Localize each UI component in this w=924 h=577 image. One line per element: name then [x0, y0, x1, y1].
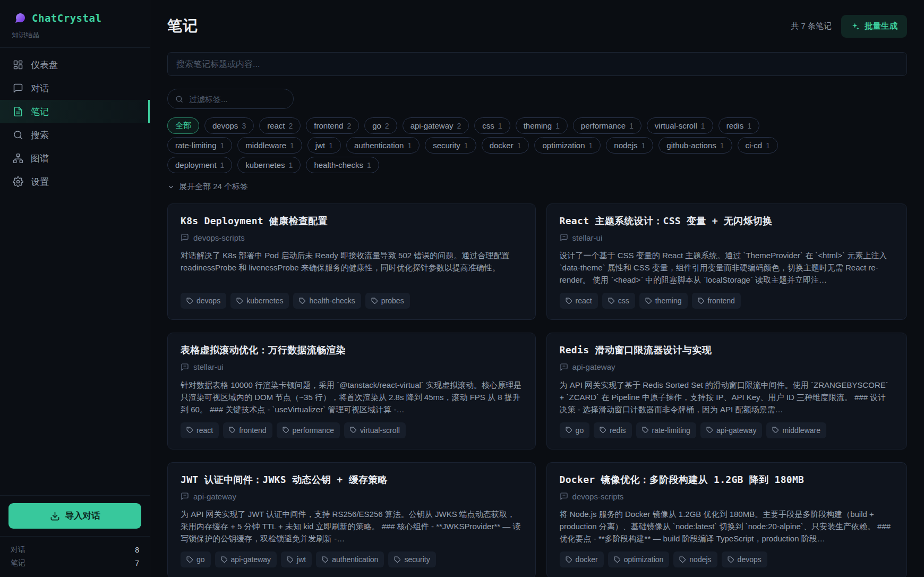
filter-tag-label: authentication: [354, 141, 404, 150]
filter-tag-frontend[interactable]: frontend2: [306, 117, 359, 134]
filter-tag-middleware[interactable]: middleware1: [237, 137, 302, 154]
note-tag-docker[interactable]: docker: [560, 551, 604, 567]
note-tag-security[interactable]: security: [388, 551, 435, 567]
tag-filter-input[interactable]: [188, 94, 286, 104]
note-tag-devops[interactable]: devops: [181, 293, 226, 309]
conversation-icon: [181, 492, 189, 500]
sidebar-nav: 仪表盘 对话 笔记 搜索 图谱: [0, 48, 150, 199]
note-tag-go[interactable]: go: [560, 422, 590, 438]
note-tag-label: redis: [610, 426, 626, 435]
expand-tags-toggle[interactable]: 展开全部 24 个标签: [167, 182, 248, 192]
filter-tag-kubernetes[interactable]: kubernetes1: [237, 157, 301, 173]
note-tag-optimization[interactable]: optimization: [608, 551, 670, 567]
note-card[interactable]: Docker 镜像优化：多阶段构建从 1.2GB 降到 180MBdevops-…: [546, 462, 907, 577]
note-tag-css[interactable]: css: [602, 293, 635, 309]
note-tag-middleware[interactable]: middleware: [766, 422, 826, 438]
note-card[interactable]: React 主题系统设计：CSS 变量 + 无闪烁切换stellar-ui设计了…: [546, 203, 907, 320]
note-card[interactable]: Redis 滑动窗口限流器设计与实现api-gateway为 API 网关实现了…: [546, 333, 907, 449]
search-input[interactable]: [167, 52, 907, 76]
filter-tag-label: theming: [524, 121, 552, 130]
note-tag-health-checks[interactable]: health-checks: [293, 293, 361, 309]
search-icon: [13, 130, 23, 140]
conversation-icon: [560, 233, 568, 242]
tag-icon: [186, 556, 193, 563]
filter-tag-health-checks[interactable]: health-checks1: [306, 157, 379, 173]
sidebar-item-notes[interactable]: 笔记: [0, 100, 150, 123]
note-tag-label: kubernetes: [246, 296, 283, 305]
filter-tag-deployment[interactable]: deployment1: [167, 157, 232, 173]
filter-tag-api-gateway[interactable]: api-gateway2: [403, 117, 469, 134]
note-tag-label: virtual-scroll: [360, 426, 400, 435]
note-card[interactable]: K8s Deployment 健康检查配置devops-scripts对话解决了…: [167, 203, 536, 320]
note-card[interactable]: 表格虚拟滚动优化：万行数据流畅渲染stellar-ui针对数据表格 10000 …: [167, 333, 536, 449]
sidebar-item-settings[interactable]: 设置: [0, 170, 150, 193]
note-tag-nodejs[interactable]: nodejs: [673, 551, 717, 567]
tag-icon: [772, 427, 779, 434]
filter-tag-optimization[interactable]: optimization1: [534, 137, 601, 154]
note-tag-react[interactable]: react: [560, 293, 598, 309]
note-tag-authentication[interactable]: authentication: [316, 551, 384, 567]
filter-tag-github-actions[interactable]: github-actions1: [658, 137, 732, 154]
note-tag-api-gateway[interactable]: api-gateway: [700, 422, 763, 438]
note-tag-frontend[interactable]: frontend: [223, 422, 272, 438]
tag-filter-box[interactable]: [167, 89, 294, 109]
note-tag-label: api-gateway: [716, 426, 757, 435]
filter-tag-devops[interactable]: devops3: [204, 117, 254, 134]
filter-tag-nodejs[interactable]: nodejs1: [606, 137, 653, 154]
note-tag-virtual-scroll[interactable]: virtual-scroll: [344, 422, 406, 438]
note-tag-performance[interactable]: performance: [277, 422, 340, 438]
filter-tag-redis[interactable]: redis1: [718, 117, 759, 134]
sidebar-item-graph[interactable]: 图谱: [0, 147, 150, 170]
filter-tag-go[interactable]: go2: [364, 117, 397, 134]
filter-tag-rate-limiting[interactable]: rate-limiting1: [167, 137, 232, 154]
note-tag-frontend[interactable]: frontend: [692, 293, 741, 309]
note-tag-rate-limiting[interactable]: rate-limiting: [636, 422, 696, 438]
conversation-icon: [560, 492, 568, 500]
note-tag-theming[interactable]: theming: [639, 293, 688, 309]
filter-tag-security[interactable]: security1: [425, 137, 476, 154]
tag-icon: [614, 556, 621, 563]
note-tag-go[interactable]: go: [181, 551, 211, 567]
tag-icon: [566, 556, 572, 563]
batch-generate-button[interactable]: 批量生成: [841, 15, 907, 38]
sidebar-item-conversations[interactable]: 对话: [0, 77, 150, 100]
note-tag-label: probes: [381, 296, 404, 305]
filter-tag-count: 1: [720, 141, 724, 150]
note-tag-react[interactable]: react: [181, 422, 219, 438]
note-tag-label: authentication: [332, 555, 378, 564]
tag-icon: [728, 556, 734, 563]
note-tag-api-gateway[interactable]: api-gateway: [215, 551, 277, 567]
note-tag-redis[interactable]: redis: [594, 422, 631, 438]
filter-tag-css[interactable]: css1: [474, 117, 510, 134]
sidebar-item-search[interactable]: 搜索: [0, 123, 150, 147]
note-tag-label: nodejs: [689, 555, 711, 564]
conversation-icon: [181, 233, 189, 242]
note-tag-kubernetes[interactable]: kubernetes: [230, 293, 289, 309]
import-conversation-button[interactable]: 导入对话: [8, 503, 141, 529]
tag-icon: [299, 298, 306, 304]
filter-tag-ci-cd[interactable]: ci-cd1: [738, 137, 778, 154]
note-tag-label: docker: [576, 555, 598, 564]
filter-tag-docker[interactable]: docker1: [482, 137, 529, 154]
filter-tag-authentication[interactable]: authentication1: [346, 137, 420, 154]
filter-tag-theming[interactable]: theming1: [516, 117, 568, 134]
sidebar-item-label: 仪表盘: [31, 59, 58, 71]
filter-tag-performance[interactable]: performance1: [573, 117, 641, 134]
sidebar-item-dashboard[interactable]: 仪表盘: [0, 53, 150, 77]
note-title: 表格虚拟滚动优化：万行数据流畅渲染: [181, 344, 523, 356]
note-tag-probes[interactable]: probes: [365, 293, 410, 309]
note-tag-devops[interactable]: devops: [722, 551, 767, 567]
conversation-icon: [181, 363, 189, 371]
note-card[interactable]: JWT 认证中间件：JWKS 动态公钥 + 缓存策略api-gateway为 A…: [167, 462, 536, 577]
filter-tag-react[interactable]: react2: [259, 117, 301, 134]
filter-tag-label: kubernetes: [245, 160, 285, 169]
tag-icon: [566, 427, 572, 434]
note-tag-label: optimization: [624, 555, 664, 564]
filter-tag-jwt[interactable]: jwt1: [307, 137, 341, 154]
filter-tag-label: virtual-scroll: [655, 121, 697, 130]
note-tag-label: go: [576, 426, 584, 435]
filter-tag-all[interactable]: 全部: [167, 117, 199, 134]
filter-tag-virtual-scroll[interactable]: virtual-scroll1: [647, 117, 713, 134]
note-excerpt: 将 Node.js 服务的 Docker 镜像从 1.2GB 优化到 180MB…: [560, 508, 894, 545]
note-tag-jwt[interactable]: jwt: [281, 551, 312, 567]
